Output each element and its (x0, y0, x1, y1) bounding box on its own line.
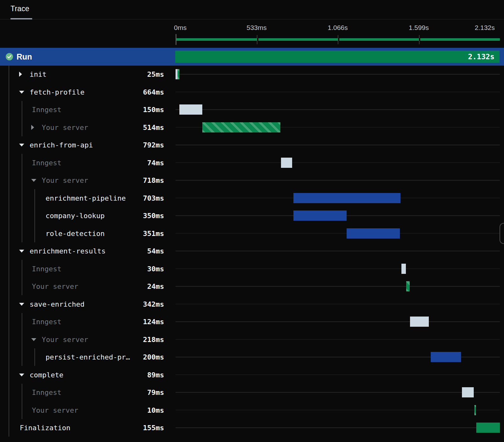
row-run[interactable]: Run 2.132s (0, 48, 504, 66)
row-save-enriched[interactable]: save-enriched342ms (0, 295, 504, 313)
timeline-bar-blue[interactable] (347, 228, 400, 239)
row-complete[interactable]: complete89ms (0, 366, 504, 384)
run-duration: 2.132s (468, 53, 494, 61)
row-enrich-from-api[interactable]: enrich-from-api792ms (0, 136, 504, 154)
row-timeline (176, 242, 500, 260)
ruler-label: 0ms (174, 24, 187, 32)
timeline-bar-blue[interactable] (293, 210, 347, 221)
indent-guide (22, 331, 22, 348)
chevron-down-icon[interactable] (19, 374, 24, 376)
row-timeline (176, 189, 500, 207)
chevron-down-icon[interactable] (31, 179, 36, 182)
row-save-inngest[interactable]: Inngest124ms (0, 313, 504, 331)
timeline-bar-hatch[interactable] (202, 122, 280, 132)
indent-guide (9, 366, 9, 384)
row-left-save-enriched: save-enriched342ms (0, 295, 174, 313)
row-left-results-inngest: Inngest30ms (0, 260, 174, 278)
span-label: complete (30, 371, 63, 379)
timeline-minimap[interactable]: 0ms533ms1.066s1.599s2.132s (176, 34, 500, 46)
timeline-bar-light[interactable] (410, 317, 429, 327)
chevron-down-icon[interactable] (31, 338, 36, 341)
row-finalization[interactable]: Finalization155ms (0, 419, 504, 437)
ruler-label: 1.066s (328, 24, 348, 32)
timeline-bar-blue[interactable] (293, 193, 400, 203)
row-left-enrich-inngest: Inngest74ms (0, 154, 174, 172)
span-duration: 30ms (147, 265, 164, 273)
span-duration: 718ms (143, 176, 164, 184)
row-init[interactable]: init25ms (0, 66, 504, 83)
scrollbar-handle[interactable] (500, 223, 504, 244)
row-timeline (176, 136, 500, 154)
span-duration: 155ms (143, 424, 164, 432)
row-enrichment-pipeline[interactable]: enrichment-pipeline703ms (0, 189, 504, 207)
timeline-bar-light[interactable] (462, 387, 474, 397)
timeline-bar-light[interactable] (281, 158, 292, 168)
row-left-enrichment-pipeline: enrichment-pipeline703ms (0, 189, 174, 207)
row-trackline (176, 304, 500, 304)
indent-guide (9, 66, 9, 83)
span-label: Your server (42, 123, 88, 131)
row-company-lookup[interactable]: company-lookup350ms (0, 207, 504, 225)
span-label: role-detection (46, 229, 104, 237)
ruler-label: 1.599s (409, 24, 429, 32)
indent-guide (9, 313, 9, 331)
row-trackline (176, 374, 500, 375)
row-results-server[interactable]: Your server24ms (0, 278, 504, 296)
chevron-down-icon[interactable] (19, 91, 24, 94)
row-enrich-inngest[interactable]: Inngest74ms (0, 154, 504, 172)
span-duration: 664ms (143, 88, 164, 96)
row-role-detection[interactable]: role-detection351ms (0, 225, 504, 242)
timeline-bar-hatch[interactable] (406, 281, 410, 291)
row-left-company-lookup: company-lookup350ms (0, 207, 174, 225)
ruler-label: 533ms (247, 24, 267, 32)
timeline-bar-hatch[interactable] (177, 69, 179, 79)
row-complete-server[interactable]: Your server10ms (0, 401, 504, 419)
indent-guide (22, 207, 22, 225)
tab-trace[interactable]: Trace (11, 4, 29, 13)
chevron-down-icon[interactable] (19, 303, 24, 306)
row-timeline (176, 348, 500, 366)
row-left-persist-enriched: persist-enriched-pr…200ms (0, 348, 174, 366)
timeline-bar-light[interactable] (179, 104, 202, 115)
indent-guide (22, 348, 22, 366)
indent-guide (22, 401, 22, 419)
chevron-down-icon[interactable] (19, 250, 24, 253)
row-fetch-profile-server[interactable]: Your server514ms (0, 118, 504, 136)
indent-guide (34, 348, 35, 366)
chevron-down-icon[interactable] (19, 144, 24, 146)
indent-guide (9, 101, 9, 119)
run-duration-bar[interactable] (175, 51, 500, 63)
row-enrichment-results[interactable]: enrichment-results54ms (0, 242, 504, 260)
span-label: Your server (42, 335, 88, 343)
chevron-right-icon[interactable] (31, 125, 34, 130)
timeline-bar-light[interactable] (401, 264, 406, 274)
timeline-bar-blue[interactable] (431, 352, 461, 362)
indent-guide (34, 189, 35, 207)
indent-guide (9, 295, 9, 313)
row-fetch-profile[interactable]: fetch-profile664ms (0, 83, 504, 101)
indent-guide (9, 331, 9, 348)
row-left-fetch-profile-server: Your server514ms (0, 118, 174, 136)
row-results-inngest[interactable]: Inngest30ms (0, 260, 504, 278)
span-label: Inngest (32, 389, 61, 396)
timeline-bar-green[interactable] (476, 423, 500, 433)
row-trackline (176, 110, 500, 110)
row-persist-enriched[interactable]: persist-enriched-pr…200ms (0, 348, 504, 366)
row-enrich-server[interactable]: Your server718ms (0, 172, 504, 189)
span-duration: 79ms (147, 389, 164, 396)
timeline-bar-hatch[interactable] (474, 405, 476, 415)
run-timeline (176, 48, 500, 66)
minimap-bar[interactable] (176, 38, 500, 41)
span-label: fetch-profile (30, 88, 84, 96)
row-trackline (176, 410, 500, 410)
indent-guide (9, 401, 9, 419)
row-save-server[interactable]: Your server218ms (0, 331, 504, 348)
indent-guide (34, 207, 35, 225)
row-left-enrich-server: Your server718ms (0, 172, 174, 189)
span-duration: 350ms (143, 212, 164, 220)
row-timeline (176, 278, 500, 296)
chevron-right-icon[interactable] (19, 72, 22, 77)
row-fetch-profile-inngest[interactable]: Inngest150ms (0, 101, 504, 119)
span-label: enrichment-results (30, 247, 105, 255)
row-complete-inngest[interactable]: Inngest79ms (0, 384, 504, 402)
